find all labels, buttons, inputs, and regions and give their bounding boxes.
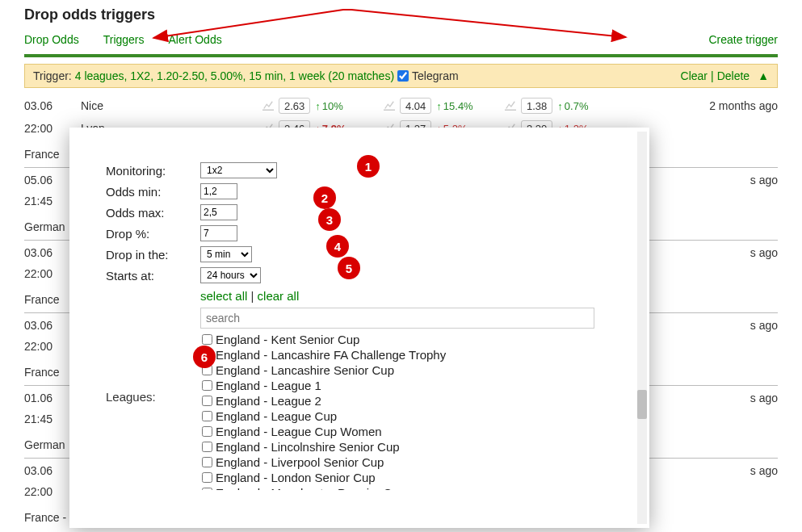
league-checkbox[interactable] [202, 380, 212, 391]
league-list[interactable]: England - Kent Senior CupEngland - Lanca… [200, 330, 604, 490]
match-time: s ago [750, 319, 778, 332]
telegram-label: Telegram [412, 69, 459, 82]
league-name: England - Manchester Premier Cup [216, 486, 405, 490]
annotation-2: 2 [313, 186, 336, 209]
league-name: England - Kent Senior Cup [216, 333, 359, 346]
match-date: 03.06 [24, 99, 81, 112]
league-item[interactable]: England - Lancashire FA Challenge Trophy [202, 347, 604, 362]
odds-pct: 0.7% [557, 100, 588, 112]
clear-link[interactable]: Clear [681, 69, 708, 82]
league-checkbox[interactable] [202, 488, 212, 490]
monitoring-label: Monitoring: [106, 164, 200, 178]
match-time: s ago [750, 464, 778, 477]
league-name: England - Lincolnshire Senior Cup [216, 440, 400, 454]
match-team: Nice [81, 99, 262, 112]
divider [24, 54, 778, 57]
odds-max-input[interactable] [200, 204, 237, 220]
drop-in-select[interactable]: 5 min [200, 246, 252, 262]
dialog-scrollbar[interactable] [637, 132, 647, 524]
sep: | [711, 69, 714, 82]
odds-value[interactable]: 2.63 [279, 98, 310, 114]
league-checkbox[interactable] [202, 334, 212, 345]
match-time: s ago [750, 392, 778, 404]
annotation-3: 3 [318, 208, 341, 231]
league-name: England - League Cup [216, 409, 337, 423]
league-item[interactable]: England - Manchester Premier Cup [202, 485, 604, 490]
create-trigger-link[interactable]: Create trigger [708, 33, 778, 46]
match-time: 2 months ago [709, 99, 778, 112]
select-all-link[interactable]: select all [200, 289, 247, 303]
create-trigger-dialog: Monitoring: 1x2 Odds min: Odds max: Drop… [69, 128, 649, 528]
page-title: Drop odds triggers [24, 6, 778, 23]
clear-all-link[interactable]: clear all [258, 289, 300, 303]
trigger-summary-bar: Trigger: 4 leagues, 1X2, 1.20-2.50, 5.00… [24, 64, 778, 88]
league-name: England - Lancashire FA Challenge Trophy [216, 348, 446, 362]
starts-at-select[interactable]: 24 hours [200, 267, 261, 283]
league-name: England - Lancashire Senior Cup [216, 363, 394, 377]
odds-value[interactable]: 4.04 [400, 98, 431, 114]
league-name: England - Liverpool Senior Cup [216, 455, 384, 469]
odds-pct: 10% [315, 100, 343, 112]
league-checkbox[interactable] [202, 396, 212, 406]
drop-pct-label: Drop %: [106, 227, 200, 241]
match-time: s ago [750, 174, 778, 186]
tab-bar: Drop Odds Triggers Alert Odds Create tri… [24, 33, 778, 46]
league-checkbox[interactable] [202, 442, 212, 452]
league-item[interactable]: England - League Cup Women [202, 424, 604, 439]
league-item[interactable]: England - Lancashire Senior Cup [202, 362, 604, 378]
league-item[interactable]: England - Kent Senior Cup [202, 332, 604, 347]
league-item[interactable]: England - League Cup [202, 408, 604, 424]
odds-min-label: Odds min: [106, 185, 200, 199]
odds-min-input[interactable] [200, 183, 237, 199]
league-item[interactable]: England - Lincolnshire Senior Cup [202, 439, 604, 455]
league-search-input[interactable] [200, 308, 594, 329]
odds-value[interactable]: 1.38 [521, 98, 552, 114]
tab-drop-odds[interactable]: Drop Odds [24, 33, 79, 46]
starts-at-label: Starts at: [106, 269, 200, 283]
leagues-label: Leagues: [106, 390, 156, 404]
chart-icon [262, 101, 274, 111]
league-item[interactable]: England - League 2 [202, 393, 604, 408]
tab-triggers[interactable]: Triggers [103, 33, 145, 46]
trigger-prefix: Trigger: [33, 69, 72, 82]
monitoring-select[interactable]: 1x2 [200, 162, 277, 178]
league-checkbox[interactable] [202, 457, 212, 467]
chart-icon [384, 101, 395, 111]
league-item[interactable]: England - League 1 [202, 378, 604, 393]
trigger-summary[interactable]: 4 leagues, 1X2, 1.20-2.50, 5.00%, 15 min… [75, 69, 394, 82]
annotation-4: 4 [326, 235, 349, 258]
telegram-checkbox[interactable] [397, 70, 409, 82]
league-item[interactable]: England - Liverpool Senior Cup [202, 455, 604, 470]
league-checkbox[interactable] [202, 426, 212, 437]
league-name: England - League 1 [216, 379, 321, 392]
annotation-6: 6 [193, 346, 216, 368]
match-time: s ago [750, 246, 778, 259]
league-name: England - League Cup Women [216, 425, 382, 438]
annotation-1: 1 [357, 155, 380, 178]
scrollbar-thumb[interactable] [637, 390, 647, 419]
league-item[interactable]: England - London Senior Cup [202, 470, 604, 485]
league-name: England - London Senior Cup [216, 471, 376, 484]
odds-pct: 15.4% [436, 100, 472, 112]
drop-pct-input[interactable] [200, 225, 237, 241]
tab-alert-odds[interactable]: Alert Odds [169, 33, 222, 46]
odds-max-label: Odds max: [106, 206, 200, 220]
league-name: England - League 2 [216, 394, 321, 408]
delete-link[interactable]: Delete [717, 69, 750, 82]
chart-icon [505, 101, 516, 111]
league-checkbox[interactable] [202, 472, 212, 483]
league-checkbox[interactable] [202, 411, 212, 421]
annotation-5: 5 [338, 257, 360, 279]
drop-in-label: Drop in the: [106, 248, 200, 262]
collapse-icon[interactable]: ▲ [758, 69, 769, 82]
